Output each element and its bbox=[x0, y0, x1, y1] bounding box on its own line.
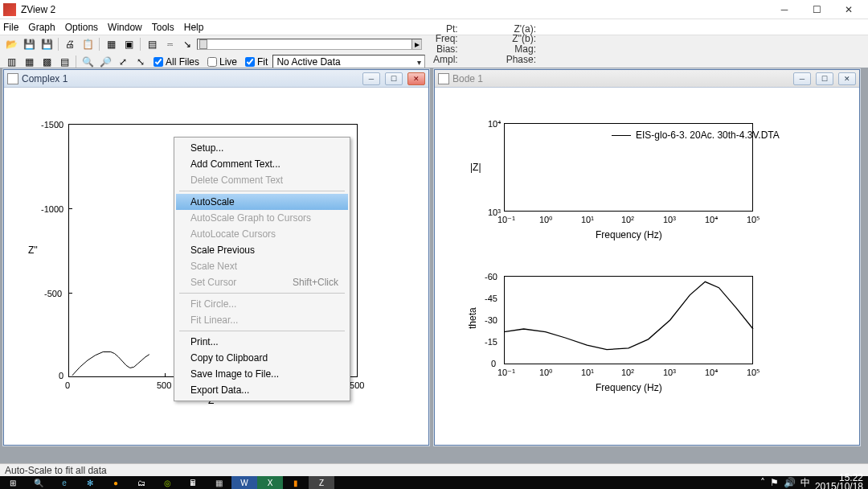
ctx-setup-[interactable]: Setup... bbox=[176, 140, 348, 156]
bode-plot[interactable]: 10⁴ 10³ |Z| EIS-glo-6-3. 20Ac. 30th-4.3V… bbox=[435, 88, 859, 445]
toolbar-area: 📂 💾 💾 🖨 📋 ▦ ▣ ▤ ⎓ ↘ ▸ Pt: Freq: Bias: Am… bbox=[0, 35, 868, 72]
slider-right[interactable]: ▸ bbox=[411, 39, 421, 49]
titlebar: ZView 2 ─ ☐ ✕ bbox=[0, 0, 868, 19]
ime-indicator[interactable]: 中 bbox=[800, 476, 810, 490]
ctx-copy-to-clipboard[interactable]: Copy to Clipboard bbox=[176, 350, 348, 366]
window-bode-title: Bode 1 bbox=[452, 73, 483, 84]
minimize-button[interactable]: ─ bbox=[768, 1, 800, 18]
ctx-export-data-[interactable]: Export Data... bbox=[176, 382, 348, 398]
slider-thumb[interactable] bbox=[199, 39, 207, 49]
menu-graph[interactable]: Graph bbox=[28, 22, 55, 33]
grid-icon[interactable]: ▦ bbox=[103, 37, 119, 51]
clock[interactable]: 15:22 2015/10/18 bbox=[815, 474, 863, 489]
maximize-button[interactable]: ☐ bbox=[800, 1, 833, 18]
app-icon bbox=[3, 3, 16, 16]
app-icon-5[interactable]: ▮ bbox=[283, 476, 309, 489]
arrow-icon[interactable]: ↘ bbox=[179, 37, 195, 51]
tool-icon[interactable]: ▤ bbox=[144, 37, 160, 51]
tray-icon[interactable]: 🔊 bbox=[784, 477, 796, 488]
app-icon-4[interactable]: ▦ bbox=[206, 476, 231, 489]
ctx-scale-next: Scale Next bbox=[176, 258, 348, 274]
overlay-icon[interactable]: ▣ bbox=[121, 37, 137, 51]
excel-icon[interactable]: X bbox=[257, 476, 283, 489]
status-text: Auto-Scale to fit all data bbox=[5, 465, 107, 476]
window-bode-titlebar[interactable]: Bode 1 ─ ☐ ✕ bbox=[435, 70, 859, 88]
ctx-autoscale[interactable]: AutoScale bbox=[176, 194, 348, 210]
window-icon bbox=[438, 73, 449, 84]
tray-icon[interactable]: ⚑ bbox=[770, 477, 779, 488]
open-icon[interactable]: 📂 bbox=[3, 37, 19, 51]
ctx-set-cursor: Set CursorShift+Click bbox=[176, 274, 348, 290]
live-checkbox[interactable]: Live bbox=[207, 56, 237, 68]
label-mag: Mag: bbox=[514, 44, 536, 55]
ctx-save-image-to-file-[interactable]: Save Image to File... bbox=[176, 366, 348, 382]
ctx-fit-circle-: Fit Circle... bbox=[176, 296, 348, 312]
saveall-icon[interactable]: 💾 bbox=[39, 37, 55, 51]
range-slider[interactable]: ▸ bbox=[197, 39, 422, 50]
child-close-button[interactable]: ✕ bbox=[838, 72, 856, 85]
ctx-autoscale-graph-to-cursors: AutoScale Graph to Cursors bbox=[176, 210, 348, 226]
label-ampl: Ampl: bbox=[433, 55, 458, 65]
ie-icon[interactable]: e bbox=[51, 476, 77, 489]
menu-options[interactable]: Options bbox=[65, 22, 98, 33]
child-minimize-button[interactable]: ─ bbox=[793, 72, 811, 85]
tray-arrow-icon[interactable]: ˄ bbox=[760, 477, 765, 488]
menu-help[interactable]: Help bbox=[184, 22, 204, 33]
search-icon[interactable]: 🔍 bbox=[26, 476, 51, 489]
circuit-icon[interactable]: ⎓ bbox=[162, 37, 178, 51]
save-icon[interactable]: 💾 bbox=[21, 37, 37, 51]
copy-icon[interactable]: 📋 bbox=[80, 37, 96, 51]
ctx-autolocate-cursors: AutoLocate Cursors bbox=[176, 226, 348, 242]
start-button[interactable]: ⊞ bbox=[0, 476, 26, 489]
statusbar: Auto-Scale to fit all data bbox=[0, 463, 868, 476]
taskbar: ⊞ 🔍 e ✻ ● 🗂 ◎ 🖩 ▦ W X ▮ Z ˄ ⚑ 🔊 中 15:22 … bbox=[0, 476, 868, 489]
app-icon-1[interactable]: ✻ bbox=[77, 476, 103, 489]
explorer-icon[interactable]: 🗂 bbox=[129, 476, 154, 489]
window-bode: Bode 1 ─ ☐ ✕ 10⁴ 10³ |Z| EIS-glo-6-3. 20… bbox=[434, 69, 860, 446]
allfiles-checkbox[interactable]: All Files bbox=[154, 56, 199, 68]
window-complex-titlebar[interactable]: Complex 1 ─ ☐ ✕ bbox=[4, 70, 428, 88]
label-bias: Bias: bbox=[436, 44, 458, 55]
fit-checkbox[interactable]: Fit bbox=[245, 56, 268, 68]
app-icon-2[interactable]: ● bbox=[103, 476, 129, 489]
app-icon-3[interactable]: ◎ bbox=[154, 476, 180, 489]
menu-tools[interactable]: Tools bbox=[152, 22, 174, 33]
word-icon[interactable]: W bbox=[231, 476, 257, 489]
ctx-delete-comment-text: Delete Comment Text bbox=[176, 172, 348, 188]
readout-labels: Pt: Freq: Bias: Ampl: Z'(a): Z''(b): Mag… bbox=[433, 24, 536, 64]
ctx-scale-previous[interactable]: Scale Previous bbox=[176, 242, 348, 258]
mdi-client: Complex 1 ─ ☐ ✕ -1500 -1000 -500 0 0 500… bbox=[0, 68, 868, 463]
app-title: ZView 2 bbox=[21, 4, 768, 15]
system-tray[interactable]: ˄ ⚑ 🔊 中 15:22 2015/10/18 bbox=[760, 474, 868, 489]
context-menu: Setup...Add Comment Text...Delete Commen… bbox=[174, 137, 350, 401]
print-icon[interactable]: 🖨 bbox=[62, 37, 78, 51]
close-button[interactable]: ✕ bbox=[833, 1, 865, 18]
child-maximize-button[interactable]: ☐ bbox=[816, 72, 833, 85]
window-complex-title: Complex 1 bbox=[22, 73, 68, 84]
ctx-print-[interactable]: Print... bbox=[176, 334, 348, 350]
bode-phase-series bbox=[435, 88, 861, 446]
child-maximize-button[interactable]: ☐ bbox=[385, 72, 403, 85]
ctx-fit-linear-: Fit Linear... bbox=[176, 312, 348, 328]
combo-value: No Active Data bbox=[276, 56, 340, 68]
child-close-button[interactable]: ✕ bbox=[407, 72, 425, 85]
window-icon bbox=[7, 73, 18, 84]
menu-file[interactable]: File bbox=[3, 22, 18, 33]
menu-window[interactable]: Window bbox=[108, 22, 142, 33]
ctx-add-comment-text-[interactable]: Add Comment Text... bbox=[176, 156, 348, 172]
calc-icon[interactable]: 🖩 bbox=[180, 476, 206, 489]
zview-task-icon[interactable]: Z bbox=[309, 476, 334, 489]
child-minimize-button[interactable]: ─ bbox=[362, 72, 380, 85]
label-phase: Phase: bbox=[506, 55, 536, 65]
